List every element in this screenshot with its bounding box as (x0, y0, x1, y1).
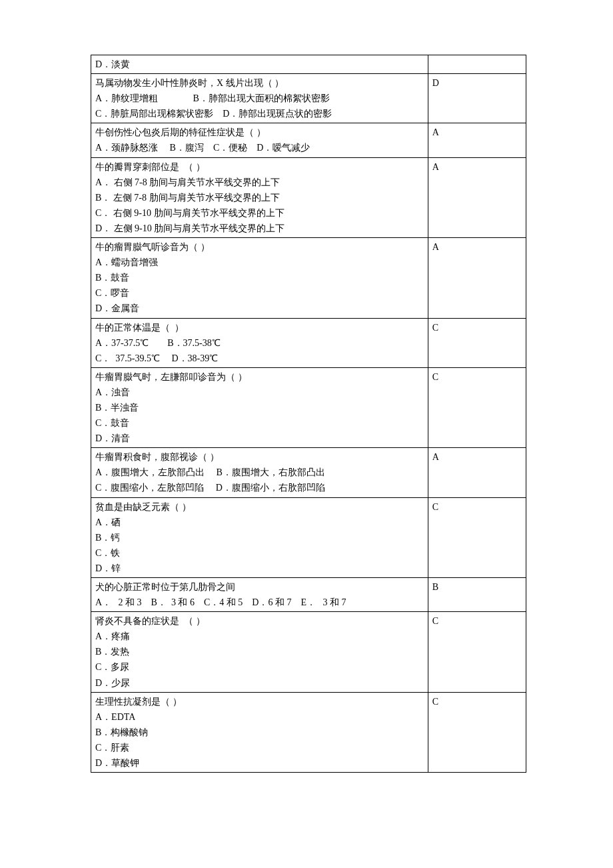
question-line: C． 37.5-39.5℃ D．38-39℃ (95, 351, 424, 366)
exam-table: D．淡黄马属动物发生小叶性肺炎时，X 线片出现（ ）A．肺纹理增粗 B．肺部出现… (91, 55, 526, 773)
answer-cell: C (428, 318, 526, 367)
answer-cell: A (428, 238, 526, 318)
table-row: 肾炎不具备的症状是 （ ）A．疼痛B．发热C．多尿D．少尿C (91, 612, 526, 692)
question-cell: 牛的瘤胃臌气听诊音为（ ）A．蠕动音增强B．鼓音C．啰音D．金属音 (91, 238, 428, 318)
question-line: D．锌 (95, 561, 424, 576)
question-cell: 肾炎不具备的症状是 （ ）A．疼痛B．发热C．多尿D．少尿 (91, 612, 428, 692)
question-cell: 牛瘤胃积食时，腹部视诊（ ）A．腹围增大，左肷部凸出 B．腹围增大，右肷部凸出C… (91, 448, 428, 497)
question-line: A． 右侧 7-8 肋间与肩关节水平线交界的上下 (95, 175, 424, 190)
question-line: A． 2 和 3 B． 3 和 6 C．4 和 5 D．6 和 7 E． 3 和… (95, 595, 424, 610)
table-row: D．淡黄 (91, 55, 526, 74)
question-line: A．浊音 (95, 385, 424, 400)
question-cell: 牛的正常体温是（ ）A．37-37.5℃ B．37.5-38℃C． 37.5-3… (91, 318, 428, 367)
answer-cell: C (428, 692, 526, 772)
question-line: A．蠕动音增强 (95, 255, 424, 270)
question-line: B．发热 (95, 644, 424, 659)
table-row: 生理性抗凝剂是（ ）A．EDTAB．构橼酸钠C．肝素D．草酸钾C (91, 692, 526, 772)
table-row: 牛的正常体温是（ ）A．37-37.5℃ B．37.5-38℃C． 37.5-3… (91, 318, 526, 367)
question-line: C．铁 (95, 545, 424, 561)
question-line: 犬的心脏正常时位于第几肋骨之间 (95, 579, 424, 595)
question-line: C． 右侧 9-10 肋间与肩关节水平线交界的上下 (95, 205, 424, 221)
question-line: B．钙 (95, 530, 424, 545)
question-line: D． 左侧 9-10 肋间与肩关节水平线交界的上下 (95, 221, 424, 236)
question-cell: 犬的心脏正常时位于第几肋骨之间A． 2 和 3 B． 3 和 6 C．4 和 5… (91, 578, 428, 612)
question-line: B． 左侧 7-8 肋间与肩关节水平线交界的上下 (95, 190, 424, 205)
question-line: C．多尿 (95, 659, 424, 675)
answer-cell (428, 55, 526, 74)
answer-cell: D (428, 74, 526, 123)
question-line: B．构橼酸钠 (95, 725, 424, 740)
table-row: 马属动物发生小叶性肺炎时，X 线片出现（ ）A．肺纹理增粗 B．肺部出现大面积的… (91, 74, 526, 123)
question-line: C．肝素 (95, 740, 424, 755)
answer-cell: C (428, 612, 526, 692)
question-cell: 马属动物发生小叶性肺炎时，X 线片出现（ ）A．肺纹理增粗 B．肺部出现大面积的… (91, 74, 428, 123)
question-line: A．肺纹理增粗 B．肺部出现大面积的棉絮状密影 (95, 91, 424, 106)
question-line: A．EDTA (95, 709, 424, 725)
table-row: 牛瘤胃臌气时，左膁部叩诊音为（ ）A．浊音B．半浊音C．鼓音D．清音C (91, 367, 526, 447)
question-line: 牛瘤胃积食时，腹部视诊（ ） (95, 449, 424, 465)
question-line: D．淡黄 (95, 57, 424, 72)
question-line: 生理性抗凝剂是（ ） (95, 694, 424, 709)
question-cell: 贫血是由缺乏元素（ ）A．硒B．钙C．铁D．锌 (91, 497, 428, 577)
question-cell: 牛瘤胃臌气时，左膁部叩诊音为（ ）A．浊音B．半浊音C．鼓音D．清音 (91, 367, 428, 447)
question-line: 牛的瓣胃穿刺部位是 （ ） (95, 159, 424, 175)
question-line: 马属动物发生小叶性肺炎时，X 线片出现（ ） (95, 75, 424, 91)
question-line: D．草酸钾 (95, 755, 424, 771)
question-cell: 牛的瓣胃穿刺部位是 （ ）A． 右侧 7-8 肋间与肩关节水平线交界的上下B． … (91, 157, 428, 237)
question-line: D．金属音 (95, 301, 424, 316)
table-row: 牛的瘤胃臌气听诊音为（ ）A．蠕动音增强B．鼓音C．啰音D．金属音A (91, 238, 526, 318)
answer-cell: C (428, 497, 526, 577)
table-row: 牛瘤胃积食时，腹部视诊（ ）A．腹围增大，左肷部凸出 B．腹围增大，右肷部凸出C… (91, 448, 526, 497)
question-line: C．肺脏局部出现棉絮状密影 D．肺部出现斑点状的密影 (95, 106, 424, 121)
question-line: 贫血是由缺乏元素（ ） (95, 499, 424, 515)
answer-cell: A (428, 123, 526, 157)
table-row: 牛创伤性心包炎后期的特征性症状是（ ）A．颈静脉怒涨 B．腹泻 C．便秘 D．嗳… (91, 123, 526, 157)
question-line: B．半浊音 (95, 400, 424, 415)
question-line: A．37-37.5℃ B．37.5-38℃ (95, 335, 424, 351)
question-line: 牛的正常体温是（ ） (95, 320, 424, 335)
question-line: C．啰音 (95, 285, 424, 301)
question-line: A．颈静脉怒涨 B．腹泻 C．便秘 D．嗳气减少 (95, 140, 424, 155)
question-line: A．疼痛 (95, 629, 424, 644)
table-row: 贫血是由缺乏元素（ ）A．硒B．钙C．铁D．锌C (91, 497, 526, 577)
table-row: 牛的瓣胃穿刺部位是 （ ）A． 右侧 7-8 肋间与肩关节水平线交界的上下B． … (91, 157, 526, 237)
question-line: C．腹围缩小，左肷部凹陷 D．腹围缩小，右肷部凹陷 (95, 480, 424, 495)
question-line: 牛创伤性心包炎后期的特征性症状是（ ） (95, 125, 424, 140)
question-cell: D．淡黄 (91, 55, 428, 74)
answer-cell: A (428, 448, 526, 497)
question-line: A．腹围增大，左肷部凸出 B．腹围增大，右肷部凸出 (95, 465, 424, 480)
question-line: 肾炎不具备的症状是 （ ） (95, 613, 424, 629)
question-line: D．清音 (95, 431, 424, 446)
question-line: B．鼓音 (95, 270, 424, 285)
answer-cell: C (428, 367, 526, 447)
question-line: D．少尿 (95, 675, 424, 691)
question-line: C．鼓音 (95, 415, 424, 431)
table-row: 犬的心脏正常时位于第几肋骨之间A． 2 和 3 B． 3 和 6 C．4 和 5… (91, 578, 526, 612)
question-line: 牛的瘤胃臌气听诊音为（ ） (95, 239, 424, 255)
question-line: 牛瘤胃臌气时，左膁部叩诊音为（ ） (95, 369, 424, 385)
answer-cell: A (428, 157, 526, 237)
question-line: A．硒 (95, 515, 424, 530)
question-cell: 牛创伤性心包炎后期的特征性症状是（ ）A．颈静脉怒涨 B．腹泻 C．便秘 D．嗳… (91, 123, 428, 157)
question-cell: 生理性抗凝剂是（ ）A．EDTAB．构橼酸钠C．肝素D．草酸钾 (91, 692, 428, 772)
answer-cell: B (428, 578, 526, 612)
